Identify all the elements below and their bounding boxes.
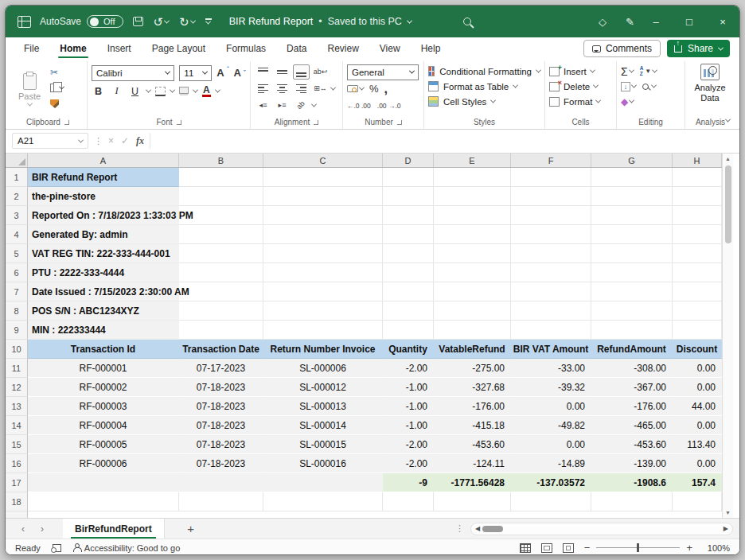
cell-H10[interactable]: Discount [673, 340, 722, 359]
cancel-icon[interactable]: × [108, 135, 114, 146]
cell-E16[interactable]: -124.11 [434, 454, 511, 473]
cell-C18[interactable] [263, 492, 383, 511]
cell-B14[interactable]: 07-18-2023 [179, 416, 263, 435]
row-header-9[interactable]: 9 [6, 321, 28, 340]
format-cells-button[interactable]: Format [549, 94, 612, 109]
cell-C6[interactable] [263, 263, 383, 282]
cell-C5[interactable] [263, 244, 383, 263]
scroll-right-icon[interactable]: ▶ [724, 525, 728, 532]
cell-B11[interactable]: 07-17-2023 [179, 359, 263, 378]
accessibility-status[interactable]: Accessibility: Good to go [73, 543, 180, 553]
cell-D13[interactable]: -1.00 [383, 397, 434, 416]
cell-A5[interactable]: VAT REG TIN: 222-333-444-001 [28, 244, 179, 263]
zoom-in-button[interactable]: + [686, 542, 692, 554]
cell-G4[interactable] [591, 225, 673, 244]
column-header-B[interactable]: B [179, 154, 263, 167]
cell-B6[interactable] [179, 263, 263, 282]
cell-C7[interactable] [263, 282, 383, 301]
decrease-decimal-button[interactable]: .00 →.0 [377, 102, 401, 110]
number-format-select[interactable]: General [347, 64, 419, 80]
scroll-down-icon[interactable]: ▼ [725, 510, 731, 515]
zoom-slider[interactable] [596, 547, 680, 549]
find-select-button[interactable] [642, 84, 656, 90]
cell-B8[interactable] [179, 301, 263, 321]
page-break-view-button[interactable] [563, 543, 574, 553]
cell-F18[interactable] [511, 492, 591, 511]
row-header-14[interactable]: 14 [6, 416, 28, 435]
cell-H9[interactable] [673, 321, 722, 340]
cell-B9[interactable] [179, 321, 263, 340]
cell-C11[interactable]: SL-000006 [263, 359, 383, 378]
cell-E1[interactable] [434, 168, 511, 187]
cell-A18[interactable] [28, 492, 179, 511]
cell-G12[interactable]: -367.00 [591, 378, 673, 397]
cell-E3[interactable] [434, 206, 511, 225]
formula-input[interactable] [150, 133, 731, 149]
cell-A9[interactable]: MIN : 222333444 [28, 321, 179, 340]
column-header-E[interactable]: E [434, 154, 511, 167]
zoom-slider-thumb[interactable] [637, 543, 640, 552]
sort-filter-button[interactable]: AZ▼ [640, 66, 657, 77]
cell-D9[interactable] [383, 321, 434, 340]
row-header-16[interactable]: 16 [6, 454, 28, 473]
column-header-A[interactable]: A [28, 154, 179, 167]
increase-font-button[interactable]: Aˆ [216, 67, 228, 79]
excel-app-icon[interactable] [18, 16, 31, 28]
premium-diamond-icon[interactable]: ◇ [599, 16, 607, 28]
cell-F17[interactable]: -137.03572 [511, 473, 591, 492]
cell-C15[interactable]: SL-000015 [263, 435, 383, 454]
select-all-corner[interactable] [6, 154, 28, 167]
comma-style-button[interactable]: , [384, 86, 388, 92]
comments-button[interactable]: Comments [583, 40, 661, 57]
cell-D10[interactable]: Quantity [383, 340, 434, 359]
cell-H14[interactable]: 0.00 [673, 416, 722, 435]
cell-D14[interactable]: -1.00 [383, 416, 434, 435]
increase-decimal-button[interactable]: ←.0 .00 [347, 102, 371, 110]
font-size-select[interactable]: 11 [179, 65, 212, 81]
redo-button[interactable]: ↻ [179, 16, 195, 28]
increase-indent-button[interactable]: ▸≡ [274, 98, 291, 113]
cell-C1[interactable] [263, 168, 383, 187]
delete-cells-button[interactable]: ×Delete [549, 79, 612, 94]
cell-F1[interactable] [511, 168, 591, 187]
cell-F14[interactable]: -49.82 [511, 416, 591, 435]
close-button[interactable]: × [706, 6, 739, 37]
cell-E4[interactable] [434, 225, 511, 244]
dialog-launcher-icon[interactable] [64, 120, 69, 125]
font-color-button[interactable]: A [202, 85, 211, 98]
cell-D6[interactable] [383, 263, 434, 282]
underline-button[interactable]: U [128, 86, 142, 97]
row-header-11[interactable]: 11 [6, 359, 28, 378]
row-header-2[interactable]: 2 [6, 187, 28, 206]
cell-F12[interactable]: -39.32 [511, 378, 591, 397]
row-header-13[interactable]: 13 [6, 397, 28, 416]
cell-D4[interactable] [383, 225, 434, 244]
autosave-toggle[interactable]: Off [87, 15, 123, 28]
fill-button[interactable]: ↓ [621, 82, 636, 91]
cell-C13[interactable]: SL-000013 [263, 397, 383, 416]
cell-A15[interactable]: RF-000005 [28, 435, 179, 454]
cell-B12[interactable]: 07-18-2023 [179, 378, 263, 397]
cell-H17[interactable]: 157.4 [673, 473, 722, 492]
cell-G6[interactable] [591, 263, 673, 282]
cell-A1[interactable]: BIR Refund Report [28, 168, 179, 187]
cell-B17[interactable] [179, 473, 263, 492]
cell-H2[interactable] [673, 187, 722, 206]
wrap-text-button[interactable]: ab↩ [312, 64, 329, 80]
cell-H3[interactable] [673, 206, 722, 225]
cell-F4[interactable] [511, 225, 591, 244]
tab-data[interactable]: Data [276, 37, 317, 60]
cell-B15[interactable]: 07-18-2023 [179, 435, 263, 454]
save-icon[interactable] [133, 17, 143, 26]
cell-A16[interactable]: RF-000006 [28, 454, 179, 473]
cell-E17[interactable]: -1771.56428 [434, 473, 511, 492]
format-as-table-button[interactable]: Format as Table [428, 79, 540, 94]
copy-button[interactable] [50, 82, 64, 94]
cell-G1[interactable] [591, 168, 673, 187]
cell-F3[interactable] [511, 206, 591, 225]
macro-record-icon[interactable] [53, 544, 61, 552]
accounting-format-button[interactable] [347, 85, 364, 92]
cell-H6[interactable] [673, 263, 722, 282]
tab-formulas[interactable]: Formulas [216, 37, 276, 60]
cell-B13[interactable]: 07-18-2023 [179, 397, 263, 416]
